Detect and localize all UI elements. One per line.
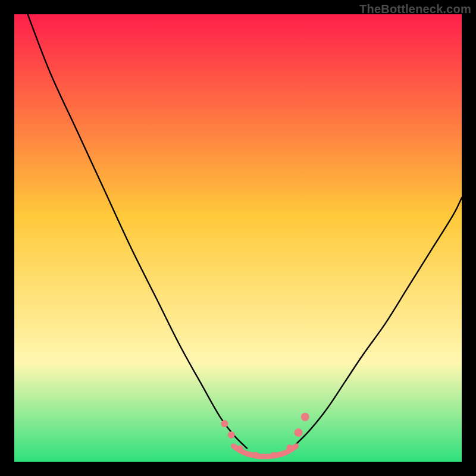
plot-area: [14, 14, 462, 462]
gradient-background: [14, 14, 462, 462]
marker-5: [286, 444, 292, 450]
watermark-text: TheBottleneck.com: [359, 2, 471, 16]
marker-1: [228, 431, 235, 439]
marker-2: [237, 445, 243, 451]
marker-3: [253, 452, 259, 458]
marker-0: [221, 420, 228, 427]
marker-7: [301, 413, 309, 421]
chart-frame: TheBottleneck.com: [0, 0, 476, 476]
marker-4: [271, 452, 277, 458]
marker-6: [295, 428, 303, 437]
chart-canvas: [14, 14, 462, 462]
